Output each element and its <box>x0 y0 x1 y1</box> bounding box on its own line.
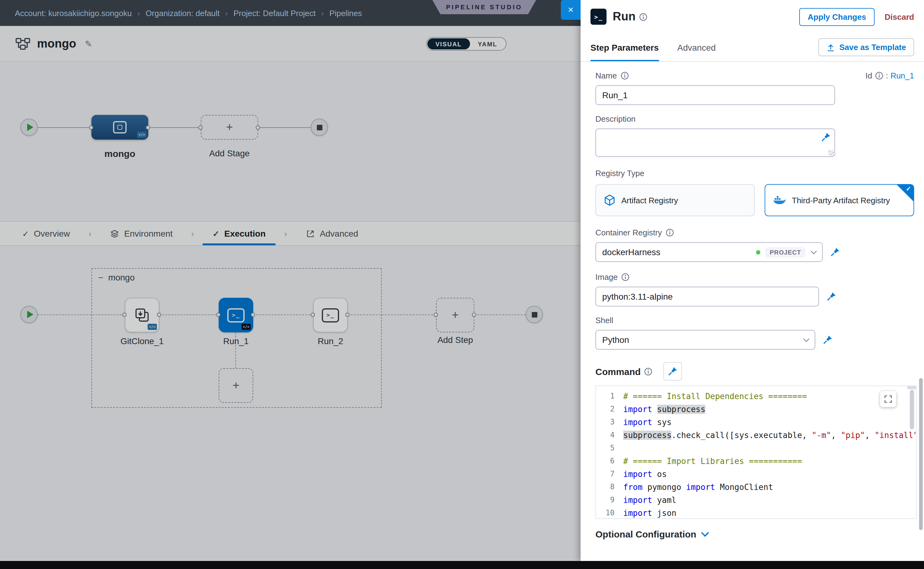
registry-type-options: Artifact Registry Third-Party Artifact R… <box>596 184 914 216</box>
panel-title: Run <box>613 10 635 23</box>
resize-handle[interactable] <box>828 150 834 156</box>
code-badge-icon: </> <box>137 132 146 138</box>
info-icon[interactable] <box>620 72 628 79</box>
pin-icon <box>823 335 833 345</box>
code-line: 5 <box>596 442 916 455</box>
info-icon[interactable] <box>644 367 652 375</box>
terminal-icon: >_ <box>322 308 339 322</box>
registry-option-artifact[interactable]: Artifact Registry <box>596 184 755 216</box>
pipeline-start-node[interactable] <box>20 119 38 136</box>
code-line: 3import sys <box>596 416 916 429</box>
shell-label: Shell <box>596 315 613 325</box>
image-label: Image <box>596 272 629 281</box>
pin-button[interactable] <box>664 362 682 380</box>
step-config-panel: >_ Run Apply Changes Discard Step Parame… <box>581 0 924 561</box>
breadcrumb-account[interactable]: Account: kurosakiichigo.songoku <box>15 8 132 18</box>
tab-step-advanced[interactable]: Advanced <box>677 33 716 61</box>
code-line: 9import yaml <box>596 494 916 507</box>
plus-icon: + <box>233 379 239 392</box>
stage-node-mongo[interactable]: </> <box>91 115 148 140</box>
step-node-run-1-selected[interactable]: >_ </> <box>219 298 253 332</box>
code-line: 2import subprocess <box>596 403 916 416</box>
breadcrumb-separator: › <box>137 8 140 18</box>
pin-button[interactable] <box>830 247 840 257</box>
tab-overview[interactable]: ✓ Overview <box>12 222 80 245</box>
pin-icon[interactable] <box>821 132 831 142</box>
breadcrumb-organization[interactable]: Organization: default <box>146 8 220 18</box>
breadcrumb-separator: › <box>225 8 228 18</box>
play-icon <box>27 311 33 318</box>
tab-environment[interactable]: Environment <box>100 222 182 245</box>
tab-step-parameters[interactable]: Step Parameters <box>590 33 659 61</box>
name-input[interactable] <box>596 85 835 105</box>
add-step-label: Add Step <box>432 335 478 345</box>
collapse-group-icon[interactable]: − <box>98 272 103 282</box>
stage-graph: </> + mongo Add Stage <box>0 62 581 221</box>
shell-select[interactable]: Python <box>596 330 815 350</box>
stop-icon <box>316 125 322 130</box>
code-line: 7import os <box>596 468 916 481</box>
step-node-run-2[interactable]: >_ <box>313 298 348 332</box>
add-stage-label: Add Stage <box>201 148 258 158</box>
chevron-down-icon <box>701 529 709 537</box>
pin-button[interactable] <box>823 335 833 345</box>
name-label: Name <box>596 71 628 80</box>
execution-end-node[interactable] <box>526 306 543 323</box>
add-step-node[interactable]: + <box>436 298 474 332</box>
tab-execution[interactable]: ✓ Execution <box>202 222 275 245</box>
code-badge-icon: </> <box>242 324 251 330</box>
code-line: 10import json <box>596 507 916 519</box>
info-icon[interactable] <box>875 72 883 79</box>
step-id: Id : Run_1 <box>865 71 914 80</box>
run-step-icon: >_ <box>590 9 606 25</box>
info-icon[interactable] <box>622 273 629 281</box>
registry-option-third-party-selected[interactable]: Third-Party Artifact Registry ✓ <box>764 184 914 216</box>
save-template-icon <box>827 43 835 52</box>
container-registry-label: Container Registry <box>596 228 673 237</box>
chevron-down-icon <box>811 248 817 254</box>
check-icon: ✓ <box>906 186 911 192</box>
editor-scrollbar[interactable] <box>910 390 914 429</box>
breadcrumb-pipelines[interactable]: Pipelines <box>330 8 362 18</box>
close-panel-button[interactable]: × <box>561 0 581 20</box>
third-party-registry-icon <box>773 195 786 205</box>
command-editor[interactable]: 1# ====== Install Dependencies ========2… <box>596 385 916 519</box>
toggle-yaml[interactable]: YAML <box>470 38 505 49</box>
pipeline-studio-badge: PIPELINE STUDIO <box>432 0 536 14</box>
image-input[interactable]: python:3.11-alpine <box>596 287 819 306</box>
toggle-visual[interactable]: VISUAL <box>427 38 470 49</box>
tab-separator-icon: › <box>182 222 202 245</box>
description-field-wrap <box>596 128 835 157</box>
optional-configuration-toggle[interactable]: Optional Configuration <box>596 529 914 539</box>
registry-type-label: Registry Type <box>596 168 644 178</box>
edit-pipeline-icon[interactable]: ✎ <box>85 39 92 49</box>
code-badge-icon: </> <box>147 324 157 330</box>
step-id-value[interactable]: Run_1 <box>891 71 914 80</box>
breadcrumb-project[interactable]: Project: Default Project <box>234 8 316 18</box>
tab-advanced[interactable]: Advanced <box>296 222 368 245</box>
step-node-gitclone-1[interactable]: </> <box>125 298 160 332</box>
pin-button[interactable] <box>827 292 836 301</box>
pipeline-end-node[interactable] <box>311 119 328 136</box>
description-input[interactable] <box>596 128 835 157</box>
expand-editor-button[interactable] <box>880 391 896 407</box>
container-registry-select[interactable]: dockerHarness PROJECT <box>596 242 823 262</box>
execution-start-node[interactable] <box>20 306 38 323</box>
info-icon[interactable] <box>639 13 647 21</box>
check-icon: ✓ <box>213 229 219 238</box>
add-step-inline-node[interactable]: + <box>219 368 253 403</box>
description-label: Description <box>596 114 635 123</box>
editor-scroll-corner <box>907 386 916 389</box>
info-icon[interactable] <box>666 228 673 236</box>
panel-scrollbar[interactable] <box>919 378 923 530</box>
advanced-icon <box>305 229 315 238</box>
artifact-registry-icon <box>603 194 616 206</box>
scope-tag: PROJECT <box>766 247 805 257</box>
discard-button[interactable]: Discard <box>885 12 914 21</box>
save-as-template-button[interactable]: Save as Template <box>818 38 914 56</box>
horizontal-scrollbar[interactable] <box>0 561 924 569</box>
pin-icon <box>827 292 836 301</box>
step-label-run-1: Run_1 <box>219 336 253 346</box>
apply-changes-button[interactable]: Apply Changes <box>799 8 875 26</box>
add-stage-node[interactable]: + <box>201 115 258 140</box>
